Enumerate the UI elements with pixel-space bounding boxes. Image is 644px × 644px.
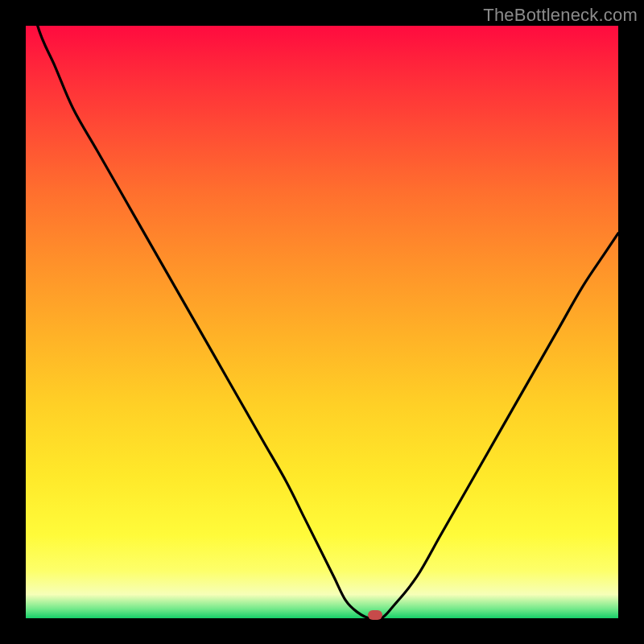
plot-area (26, 26, 618, 618)
chart-frame: TheBottleneck.com (0, 0, 644, 644)
bottleneck-curve (26, 26, 618, 618)
watermark-label: TheBottleneck.com (483, 5, 638, 26)
optimal-point-marker (368, 610, 382, 620)
